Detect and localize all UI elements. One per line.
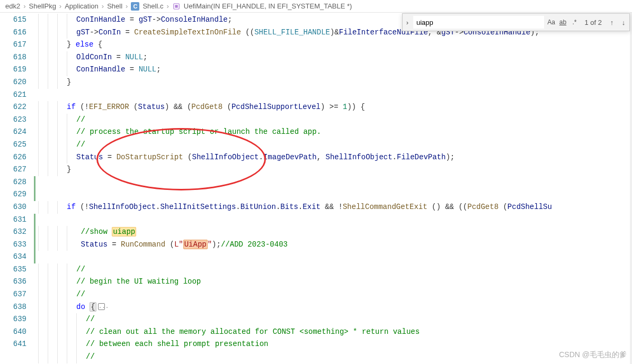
line-number: 639	[0, 313, 34, 326]
crumb-2[interactable]: Application	[65, 2, 99, 10]
breadcrumb: edk2 › ShellPkg › Application › Shell › …	[0, 0, 632, 13]
token: ImageDevPath	[263, 153, 317, 161]
token: L"	[174, 240, 183, 249]
token: do	[76, 303, 85, 311]
match-whole-word-button[interactable]: ab	[557, 16, 568, 28]
crumb-3[interactable]: Shell	[107, 2, 122, 10]
token: NULL	[139, 65, 157, 74]
find-prev-button[interactable]: ↑	[606, 16, 618, 28]
token: ) >=	[321, 103, 343, 111]
token: }	[67, 78, 71, 86]
code-line[interactable]: // begin the UI waiting loop	[34, 276, 632, 288]
code-line[interactable]: //	[34, 263, 632, 276]
code-line[interactable]: //	[34, 288, 632, 301]
token: )) {	[347, 103, 365, 111]
token: Bits	[280, 203, 298, 211]
token: ShellCommandGetExit	[343, 203, 428, 211]
token: // between each shell prompt presentatio…	[86, 340, 268, 348]
code-line[interactable]: Status = RunCommand (L"UiApp");//ADD 202…	[34, 239, 632, 251]
code-line[interactable]	[34, 188, 632, 201]
token: //	[76, 140, 85, 149]
token: =	[112, 53, 125, 61]
line-number	[0, 351, 34, 363]
token: ((	[241, 28, 254, 37]
code-line[interactable]: if (!EFI_ERROR (Status) && (PcdGet8 (Pcd…	[34, 101, 632, 114]
code-line[interactable]	[34, 89, 632, 102]
code-line[interactable]: //	[34, 313, 632, 326]
editor[interactable]: 6156166176186196206216226236246256266276…	[0, 13, 632, 364]
find-input[interactable]	[413, 16, 544, 29]
token: ConIn	[99, 28, 121, 37]
token: ShellInfoObject	[192, 153, 259, 161]
token: ->	[90, 28, 99, 37]
code-line[interactable]	[34, 251, 632, 263]
code-line[interactable]: if (!ShellInfoObject.ShellInitSettings.B…	[34, 201, 632, 214]
line-number: 620	[0, 76, 34, 89]
crumb-0[interactable]: edk2	[5, 2, 20, 10]
line-number: 633	[0, 239, 34, 251]
line-number: 630	[0, 201, 34, 214]
code-line[interactable]: // between each shell prompt presentatio…	[34, 338, 632, 351]
code-line[interactable]: }	[34, 163, 632, 176]
token: ConInHandle	[76, 65, 125, 74]
chevron-right-icon: ›	[23, 2, 25, 10]
token: }	[67, 165, 71, 174]
token: else	[76, 40, 94, 49]
token: ,	[317, 153, 326, 161]
code-line[interactable]: OldConIn = NULL;	[34, 51, 632, 64]
line-number: 619	[0, 63, 34, 76]
token: ShellInfoObject	[89, 203, 156, 211]
code-line[interactable]: do {...	[34, 301, 632, 314]
token: Exit	[302, 203, 321, 211]
token: EFI_ERROR	[89, 103, 129, 111]
token: //	[76, 115, 85, 124]
chevron-right-icon: ›	[126, 2, 128, 10]
code-line[interactable]: // process the startup script or launch …	[34, 126, 632, 139]
use-regex-button[interactable]: .*	[568, 16, 580, 28]
token: DoStartupScript	[117, 153, 183, 161]
code-line[interactable]: ConInHandle = NULL;	[34, 63, 632, 76]
crumb-file[interactable]: Shell.c	[143, 2, 163, 10]
token: =	[125, 65, 138, 74]
token: if	[67, 203, 76, 211]
token: FileDevPath	[397, 153, 446, 161]
token: () && ((	[428, 203, 468, 211]
token: // clean out all the memory allocated fo…	[86, 327, 420, 336]
code-line[interactable]: //	[34, 139, 632, 151]
find-toggle-replace[interactable]: ›	[403, 19, 412, 26]
code-line[interactable]: //	[34, 114, 632, 126]
code-line[interactable]: //show uiapp	[34, 226, 632, 239]
line-number: 623	[0, 114, 34, 126]
token: uiapp	[112, 227, 136, 236]
token: =	[103, 153, 116, 161]
code-line[interactable]: } else {	[34, 39, 632, 51]
token: =	[108, 240, 121, 249]
token: PcdGet8	[467, 203, 499, 211]
crumb-1[interactable]: ShellPkg	[29, 2, 56, 10]
token: if	[67, 103, 76, 111]
find-next-button[interactable]: ↓	[618, 16, 629, 28]
token: CreateSimpleTextInOnFile	[134, 28, 241, 37]
code-line[interactable]	[34, 214, 632, 226]
find-result-count: 1 of 2	[584, 19, 602, 26]
chevron-right-icon: ›	[166, 2, 168, 10]
code-line[interactable]: }	[34, 76, 632, 89]
token: =	[125, 15, 138, 24]
token: //show	[81, 228, 112, 236]
token: ShellInfoObject	[326, 153, 393, 161]
token: =	[121, 28, 134, 37]
token: Status	[138, 103, 164, 111]
code-line[interactable]: Status = DoStartupScript (ShellInfoObjec…	[34, 151, 632, 164]
code-area[interactable]: ConInHandle = gST->ConsoleInHandle;gST->…	[34, 13, 632, 364]
modified-indicator	[34, 251, 35, 263]
match-case-button[interactable]: Aa	[545, 16, 557, 28]
fold-collapsed-icon[interactable]: ...	[98, 303, 105, 310]
code-line[interactable]	[34, 176, 632, 189]
function-icon	[172, 2, 181, 11]
crumb-symbol[interactable]: UefiMain(IN EFI_HANDLE, IN EFI_SYSTEM_TA…	[184, 2, 352, 10]
token: ->	[152, 15, 161, 24]
code-line[interactable]: //	[34, 351, 632, 363]
minimap[interactable]	[630, 13, 632, 364]
token: //	[76, 290, 85, 298]
code-line[interactable]: // clean out all the memory allocated fo…	[34, 326, 632, 339]
